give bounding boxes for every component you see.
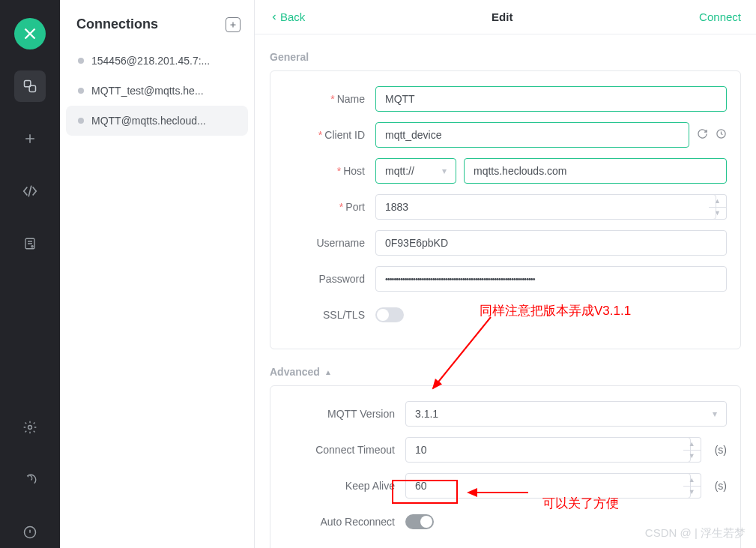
port-input[interactable] bbox=[375, 194, 716, 220]
advanced-heading[interactable]: Advanced▲ bbox=[270, 366, 741, 378]
port-stepper[interactable]: ▲▼ bbox=[709, 194, 727, 220]
mqtt-version-select[interactable]: 3.1.1▾ bbox=[405, 401, 727, 427]
ssltls-toggle[interactable] bbox=[375, 307, 404, 322]
chevron-down-icon: ▾ bbox=[713, 409, 717, 419]
page-title: Edit bbox=[492, 10, 512, 23]
keepalive-input[interactable] bbox=[405, 473, 691, 499]
caret-up-icon: ▲ bbox=[324, 368, 332, 376]
connection-item[interactable]: 154456@218.201.45.7:... bbox=[66, 46, 248, 76]
rail-settings-icon[interactable] bbox=[14, 412, 46, 443]
seconds-suffix: (s) bbox=[715, 444, 727, 456]
name-input[interactable] bbox=[375, 86, 727, 112]
connection-label: MQTT@mqtts.hecloud... bbox=[91, 115, 206, 127]
status-dot-icon bbox=[78, 118, 84, 124]
svg-point-3 bbox=[31, 246, 33, 247]
back-button[interactable]: Back bbox=[270, 10, 305, 23]
password-label: Password bbox=[319, 273, 365, 285]
svg-point-4 bbox=[28, 426, 32, 430]
host-label: Host bbox=[343, 165, 365, 177]
mqtt-version-label: MQTT Version bbox=[327, 408, 395, 420]
timestamp-icon[interactable] bbox=[716, 128, 727, 142]
seconds-suffix: (s) bbox=[715, 480, 727, 492]
protocol-select[interactable]: mqtt://▾ bbox=[375, 158, 456, 184]
clientid-label: Client ID bbox=[324, 129, 365, 141]
connection-item[interactable]: MQTT_test@mqtts.he... bbox=[66, 76, 248, 106]
connections-title: Connections bbox=[76, 16, 158, 32]
autoreconnect-label: Auto Reconnect bbox=[320, 516, 395, 528]
connection-label: 154456@218.201.45.7:... bbox=[91, 55, 210, 67]
app-logo bbox=[14, 18, 46, 49]
username-label: Username bbox=[316, 237, 365, 249]
connection-label: MQTT_test@mqtts.he... bbox=[91, 85, 204, 97]
chevron-left-icon bbox=[270, 13, 279, 22]
general-heading: General bbox=[270, 51, 741, 63]
clientid-input[interactable] bbox=[375, 122, 689, 148]
password-input[interactable] bbox=[375, 266, 727, 292]
refresh-icon[interactable] bbox=[697, 128, 708, 142]
connect-timeout-input[interactable] bbox=[405, 437, 691, 463]
connect-button[interactable]: Connect bbox=[699, 10, 741, 23]
rail-connections-icon[interactable] bbox=[14, 70, 46, 102]
rail-log-icon[interactable] bbox=[14, 464, 46, 496]
port-label: Port bbox=[345, 201, 365, 213]
autoreconnect-toggle[interactable] bbox=[405, 514, 434, 529]
ssltls-label: SSL/TLS bbox=[323, 309, 365, 321]
keepalive-label: Keep Alive bbox=[345, 480, 395, 492]
rail-about-icon[interactable] bbox=[14, 517, 46, 548]
rail-new-icon[interactable] bbox=[14, 123, 46, 154]
timeout-label: Connect Timeout bbox=[315, 444, 395, 456]
timeout-stepper[interactable]: ▲▼ bbox=[683, 437, 701, 463]
status-dot-icon bbox=[78, 58, 84, 64]
rail-script-icon[interactable] bbox=[14, 175, 46, 207]
connection-item[interactable]: MQTT@mqtts.hecloud... bbox=[66, 106, 248, 136]
status-dot-icon bbox=[78, 88, 84, 94]
chevron-down-icon: ▾ bbox=[442, 166, 447, 176]
keepalive-stepper[interactable]: ▲▼ bbox=[683, 473, 701, 499]
add-connection-button[interactable] bbox=[226, 17, 241, 32]
name-label: Name bbox=[337, 93, 365, 105]
host-input[interactable] bbox=[464, 158, 727, 184]
rail-db-icon[interactable] bbox=[14, 228, 46, 259]
username-input[interactable] bbox=[375, 230, 727, 256]
